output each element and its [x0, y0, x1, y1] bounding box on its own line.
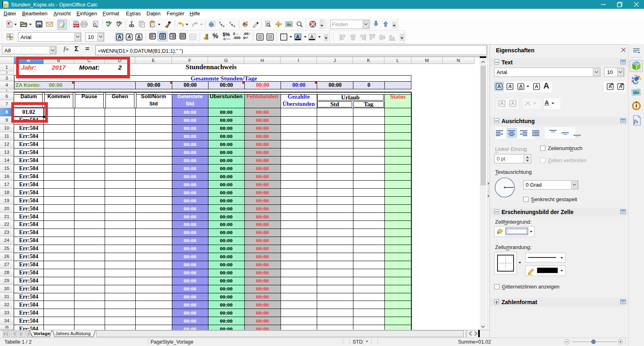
svg-text:fx: fx — [634, 118, 638, 124]
svg-text:A: A — [296, 34, 299, 39]
svg-text:A: A — [310, 34, 313, 39]
svg-text:A: A — [233, 25, 235, 27]
svg-text:Z: Z — [223, 25, 225, 27]
svg-text:Z: Z — [229, 21, 231, 24]
svg-text:PDF: PDF — [74, 24, 79, 27]
svg-text:N: N — [636, 101, 637, 103]
svg-text:A: A — [219, 21, 221, 24]
